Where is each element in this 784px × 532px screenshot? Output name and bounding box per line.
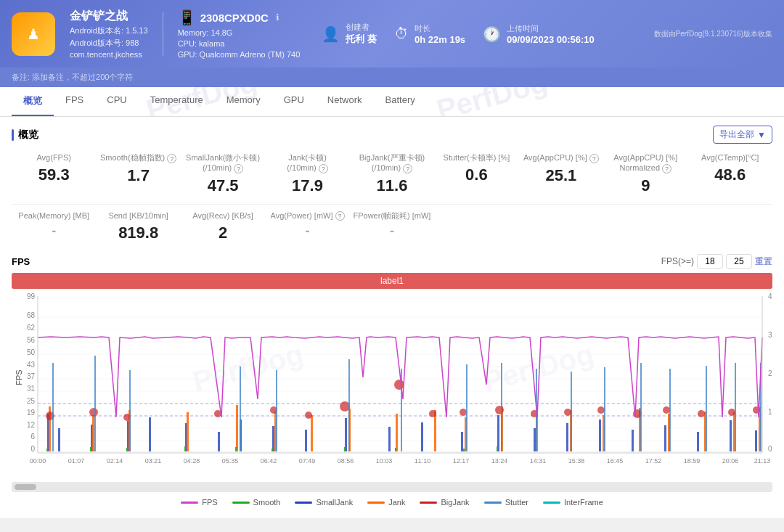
svg-text:PerfDog: PerfDog — [189, 337, 307, 398]
tab-gpu[interactable]: GPU — [272, 87, 316, 116]
legend-small-jank: SmallJank — [295, 498, 353, 507]
svg-text:21:13: 21:13 — [754, 457, 771, 465]
app-header: ♟ 金铲铲之战 Android版本名: 1.5.13 Android版本号: 9… — [0, 0, 784, 67]
svg-text:20:06: 20:06 — [722, 457, 739, 465]
svg-rect-122 — [344, 447, 346, 451]
header-divider — [163, 12, 163, 56]
fps-reset-button[interactable]: 重置 — [755, 255, 772, 268]
app-cpu-help[interactable]: ? — [589, 154, 599, 163]
tab-battery[interactable]: Battery — [374, 87, 427, 116]
creator-value: 托利 葵 — [346, 33, 377, 46]
tab-overview[interactable]: 概览 — [12, 87, 54, 116]
svg-text:6: 6 — [30, 433, 35, 441]
small-jank-help[interactable]: ? — [234, 164, 243, 173]
svg-rect-109 — [571, 372, 572, 451]
legend-jank-label: Jank — [388, 498, 405, 507]
svg-rect-41 — [149, 417, 151, 451]
svg-rect-47 — [345, 418, 347, 451]
tab-memory[interactable]: Memory — [215, 87, 272, 116]
svg-rect-100 — [94, 356, 96, 451]
svg-rect-118 — [126, 448, 128, 451]
power-help[interactable]: ? — [335, 211, 345, 221]
svg-text:18:59: 18:59 — [684, 457, 701, 465]
svg-rect-124 — [463, 449, 465, 451]
legend-fps-label: FPS — [202, 498, 217, 507]
duration-stat: ⏱ 时长 0h 22m 19s — [394, 22, 465, 46]
scrollbar-thumb[interactable] — [15, 484, 36, 490]
smooth-help[interactable]: ? — [167, 154, 176, 163]
metric-ctemp: Avg(CTemp)[°C] 48.6 — [688, 152, 772, 195]
legend-small-jank-color — [295, 502, 312, 504]
export-label: 导出全部 — [719, 128, 754, 141]
creator-label: 创建者 — [346, 22, 377, 33]
fps-threshold-2-input[interactable] — [726, 254, 752, 269]
main-content: 概览 导出全部 ▼ Avg(FPS) 59.3 Smooth(稳帧指数) ? 1… — [0, 117, 784, 518]
tab-cpu[interactable]: CPU — [95, 87, 138, 116]
duration-label: 时长 — [415, 23, 465, 34]
svg-text:0: 0 — [768, 445, 772, 453]
metric-peak-memory-label: Peak(Memory) [MB] — [12, 210, 96, 221]
svg-text:02:14: 02:14 — [107, 457, 123, 465]
device-gpu: GPU: Qualcomm Adreno (TM) 740 — [178, 50, 301, 59]
creator-icon: 👤 — [322, 25, 340, 43]
svg-text:12: 12 — [27, 421, 36, 429]
notes-bar[interactable]: 备注: 添加备注，不超过200个字符 — [0, 67, 784, 87]
app-cpu-norm-help[interactable]: ? — [662, 164, 671, 173]
metric-recv: Avg(Recv) [KB/s] 2 — [181, 210, 265, 242]
chart-scrollbar[interactable] — [12, 482, 772, 492]
legend-interframe: InterFrame — [543, 498, 603, 507]
metric-big-jank-value: 11.6 — [350, 176, 434, 195]
svg-rect-66 — [311, 415, 313, 451]
svg-rect-49 — [421, 422, 423, 451]
svg-text:16:45: 16:45 — [607, 457, 624, 465]
upload-value: 09/09/2023 00:56:10 — [507, 34, 595, 45]
svg-text:4: 4 — [768, 292, 772, 300]
svg-rect-55 — [632, 430, 634, 451]
svg-text:19: 19 — [27, 409, 36, 417]
svg-rect-61 — [92, 415, 94, 451]
svg-rect-119 — [184, 446, 186, 451]
metric-send-label: Send [KB/10min] — [96, 210, 180, 221]
svg-text:68: 68 — [27, 311, 36, 319]
legend-stutter: Stutter — [484, 498, 528, 507]
fps-chart-svg: PerfDog PerfDog 99 68 62 56 50 43 37 31 … — [12, 290, 772, 479]
metric-jank-value: 17.9 — [265, 176, 349, 195]
app-info: 金铲铲之战 Android版本名: 1.5.13 Android版本号: 988… — [70, 9, 148, 59]
tab-temperature[interactable]: Temperature — [139, 87, 215, 116]
tab-fps[interactable]: FPS — [54, 87, 95, 116]
metric-power-value: - — [265, 224, 349, 239]
svg-text:06:42: 06:42 — [261, 457, 277, 465]
chart-legend: FPS Smooth SmallJank Jank BigJank Stutte… — [12, 492, 772, 510]
big-jank-help[interactable]: ? — [403, 164, 412, 173]
chart-header: FPS FPS(>=) 重置 — [12, 254, 772, 269]
svg-text:31: 31 — [27, 385, 36, 393]
svg-text:15:38: 15:38 — [568, 457, 585, 465]
tab-network[interactable]: Network — [316, 87, 374, 116]
svg-rect-54 — [599, 420, 601, 451]
svg-rect-58 — [730, 420, 732, 451]
svg-text:0: 0 — [30, 445, 35, 453]
chart-title: FPS — [12, 256, 30, 267]
metric-empty-3 — [603, 210, 687, 242]
svg-rect-123 — [395, 448, 396, 451]
svg-point-90 — [495, 406, 504, 414]
android-code: Android版本号: 988 — [70, 38, 148, 49]
svg-text:43: 43 — [27, 361, 36, 369]
upload-icon: 🕐 — [483, 25, 501, 43]
svg-point-97 — [728, 409, 735, 416]
fps-threshold-1-input[interactable] — [697, 254, 723, 269]
legend-fps-color — [181, 502, 198, 504]
svg-text:07:49: 07:49 — [299, 457, 316, 465]
svg-text:50: 50 — [27, 348, 36, 356]
metric-empty-1 — [434, 210, 518, 242]
section-bar — [12, 129, 14, 141]
metric-send-value: 819.8 — [96, 224, 180, 242]
legend-jank-color — [367, 502, 385, 504]
metric-app-cpu-norm: Avg(AppCPU) [%]Normalized ? 9 — [603, 152, 687, 195]
metric-small-jank-value: 47.5 — [181, 176, 265, 195]
svg-rect-101 — [129, 370, 131, 451]
export-button[interactable]: 导出全部 ▼ — [713, 126, 772, 144]
svg-text:17:52: 17:52 — [645, 457, 662, 465]
chart-area[interactable]: PerfDog PerfDog 99 68 62 56 50 43 37 31 … — [12, 290, 772, 479]
jank-help[interactable]: ? — [319, 164, 328, 173]
